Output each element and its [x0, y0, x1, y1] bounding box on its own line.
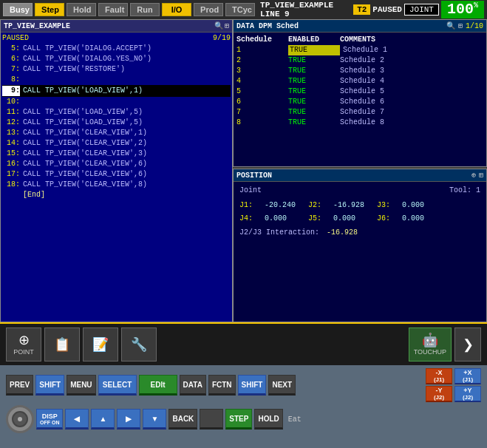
line-num-9: 9:: [2, 86, 20, 96]
line-content-17: CALL TP_VIEW('CLEAR_VIEW',6): [23, 169, 147, 180]
prod-button[interactable]: Prod: [194, 3, 223, 16]
col-header-comments: COMMENTS: [340, 35, 414, 44]
position-titlebar: POSITION ⊕ ⊞: [234, 169, 486, 182]
point-label: POINT: [13, 348, 34, 356]
line-num-17: 17:: [2, 169, 20, 180]
xj1-minus-button[interactable]: -X(J1): [426, 368, 452, 384]
io-button[interactable]: I/O: [162, 3, 191, 16]
hold-button[interactable]: Hold: [67, 3, 96, 16]
menu-button[interactable]: MENU: [67, 375, 95, 396]
line-num-14: 14:: [2, 138, 20, 149]
dial-knob[interactable]: [6, 405, 34, 433]
touchup-label: TOUCHUP: [414, 348, 446, 356]
disp-label: DISP: [42, 413, 58, 420]
arrow-up-button[interactable]: ▲: [91, 409, 115, 430]
xj1-key-group: -X(J1) -Y(J2): [426, 368, 452, 402]
pos-j1-j2-j3-row: J1: -20.240 J2: -16.928 J3: 0.000: [239, 199, 480, 212]
data-expand-icon[interactable]: ⊞: [458, 21, 463, 30]
arrow-left-button[interactable]: ◀: [65, 409, 89, 430]
line-num-8: 8:: [2, 75, 20, 85]
pos-icon1[interactable]: ⊕: [471, 171, 476, 180]
prev-button[interactable]: PREV: [6, 375, 33, 396]
j1-label: J1:: [239, 199, 262, 212]
toolbar-btn-4[interactable]: 🔧: [121, 327, 157, 362]
placeholder-key1[interactable]: [200, 409, 223, 430]
j3-label: J3:: [377, 199, 399, 212]
step-button[interactable]: Step: [35, 3, 64, 16]
key-row-2: DISP OFF ON ◀ ▲ ▶ ▼ BACK STEP HOLD Eat: [6, 405, 481, 433]
line-num-11: 11:: [2, 107, 20, 118]
enabled-val-7: TRUE: [288, 107, 340, 118]
shift1-button[interactable]: SHIFT: [35, 375, 64, 396]
data-pagination: 1/10: [466, 22, 483, 30]
yj2-plus-label: +Y(J2): [463, 387, 473, 401]
comments-val-7: Schedule 7: [340, 107, 414, 118]
j3-val: 0.000: [402, 199, 443, 212]
enabled-val-8: TRUE: [288, 118, 340, 128]
enabled-val-1: TRUE: [288, 45, 340, 55]
chevron-right-button[interactable]: ❯: [454, 327, 481, 362]
code-line-9[interactable]: 9: CALL TP_VIEW('LOAD_VIEW',1): [2, 85, 231, 97]
point-icon: ⊕: [18, 333, 30, 347]
toolbar-btn-3[interactable]: 📝: [83, 327, 118, 362]
line-content-16: CALL TP_VIEW('CLEAR_VIEW',6): [23, 159, 147, 169]
code-status: PAUSED: [2, 34, 29, 42]
line-num-10: 10:: [2, 97, 20, 107]
xj1-plus-button[interactable]: +X(J1): [454, 368, 481, 384]
code-area: PAUSED 9/19 5:CALL TP_VIEW('DIALOG.ACCEP…: [1, 33, 232, 322]
eat-label: Eat: [288, 415, 302, 424]
comments-val-1: Schedule 1: [343, 45, 417, 55]
pos-expand-icon[interactable]: ⊞: [479, 171, 483, 180]
back-button[interactable]: BACK: [168, 409, 197, 430]
shift2-button[interactable]: SHIFT: [238, 375, 267, 396]
yj2-minus-button[interactable]: -Y(J2): [426, 386, 452, 402]
j6-label: J6:: [377, 212, 399, 225]
tcyc-button[interactable]: TCyc: [225, 3, 255, 16]
pos-joint-row: Joint Tool: 1: [239, 186, 480, 194]
run-button[interactable]: Run: [130, 3, 160, 16]
data-search-icon[interactable]: 🔍: [446, 21, 455, 30]
percent-value: 100: [447, 1, 474, 18]
point-button[interactable]: ⊕ POINT: [6, 327, 41, 362]
sched-num-4: 4: [236, 76, 288, 86]
line-content-5: CALL TP_VIEW('DIALOG.ACCEPT'): [23, 44, 151, 54]
fault-button[interactable]: Fault: [98, 3, 128, 16]
bottom-toolbar: ⊕ POINT 📋 📝 🔧 🤖 TOUCHUP ❯: [0, 322, 487, 365]
edit-button[interactable]: EDIt: [139, 375, 177, 396]
arrow-down-button[interactable]: ▼: [143, 409, 166, 430]
j6-val: 0.000: [402, 212, 443, 225]
dial-inner: [12, 411, 28, 427]
arrow-right-button[interactable]: ▶: [117, 409, 140, 430]
sched-num-2: 2: [236, 55, 288, 66]
enabled-val-2: TRUE: [288, 55, 340, 66]
sched-num-8: 8: [236, 118, 288, 128]
code-line-14: 14:CALL TP_VIEW('CLEAR_VIEW',2): [2, 138, 231, 149]
percent-display: 100%: [441, 1, 484, 18]
search-icon[interactable]: 🔍: [214, 21, 223, 30]
disp-button[interactable]: DISP OFF ON: [36, 409, 63, 430]
line-content-15: CALL TP_VIEW('CLEAR_VIEW',3): [23, 149, 147, 159]
right-panels: DATA DPM Sched 🔍 ⊞ 1/10 Schedule ENABLED…: [233, 19, 487, 322]
data-panel: DATA DPM Sched 🔍 ⊞ 1/10 Schedule ENABLED…: [233, 19, 487, 167]
code-line-16: 16:CALL TP_VIEW('CLEAR_VIEW',6): [2, 159, 231, 169]
data-row-6: 6 TRUE Schedule 6: [236, 97, 483, 107]
data-button[interactable]: DATA: [180, 375, 206, 396]
touchup-button[interactable]: 🤖 TOUCHUP: [409, 327, 452, 362]
hold-key-button[interactable]: HOLD: [254, 409, 282, 430]
data-panel-title: DATA DPM Sched: [236, 22, 299, 30]
yj2-plus-button[interactable]: +Y(J2): [454, 386, 481, 402]
j2-val: -16.928: [333, 199, 374, 212]
fctn-button[interactable]: FCTN: [208, 375, 236, 396]
select-button[interactable]: SELECT: [98, 375, 137, 396]
percent-sign: %: [474, 1, 478, 10]
j2-label: J2:: [308, 199, 330, 212]
step-key-button[interactable]: STEP: [225, 409, 252, 430]
expand-icon[interactable]: ⊞: [225, 21, 229, 30]
left-panel-titlebar: TP_VIEW_EXAMPLE 🔍 ⊞: [1, 20, 232, 33]
toolbar-btn-2[interactable]: 📋: [44, 327, 80, 362]
busy-button[interactable]: Busy: [3, 3, 33, 16]
touchup-icon: 🤖: [422, 333, 438, 347]
pos-tool-display: Tool: 1: [449, 186, 480, 194]
next-button[interactable]: NEXT: [268, 375, 296, 396]
code-pagination: 9/19: [213, 34, 231, 44]
